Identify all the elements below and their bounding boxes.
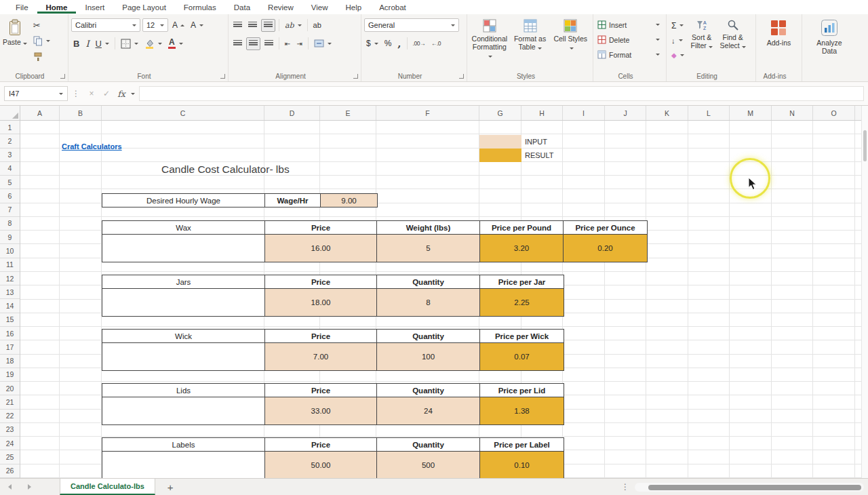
top-align-button[interactable] [231, 19, 244, 32]
formula-input[interactable] [139, 86, 864, 101]
decrease-decimal-button[interactable]: ←.0 [429, 37, 443, 50]
cell[interactable]: 2.25 [480, 289, 564, 316]
cell[interactable]: 500 [377, 452, 480, 478]
increase-font-size-button[interactable]: A [170, 19, 186, 32]
font-size-select[interactable]: 12 [142, 18, 168, 32]
row-header[interactable]: 22 [0, 410, 20, 423]
cell[interactable]: Price per Label [480, 438, 564, 451]
vertical-scrollbar-thumb[interactable] [863, 130, 867, 161]
wrap-text-button[interactable]: ab [311, 19, 323, 32]
delete-cells-button[interactable]: Delete [596, 33, 661, 47]
enter-button[interactable]: ✓ [99, 89, 114, 98]
clear-button[interactable]: ◆ [669, 49, 686, 62]
middle-align-button[interactable] [246, 19, 259, 32]
cell[interactable]: Price [265, 221, 377, 234]
cell[interactable]: Desired Hourly Wage [102, 194, 265, 207]
row-header[interactable]: 16 [0, 327, 20, 340]
row-header[interactable]: 4 [0, 162, 20, 176]
font-dialog-launcher-icon[interactable] [220, 74, 225, 79]
format-as-table-button[interactable]: Format as Table [511, 18, 550, 59]
cell[interactable]: 18.00 [265, 289, 377, 316]
column-header[interactable]: H [521, 106, 563, 120]
menu-tab-data[interactable]: Data [225, 1, 259, 13]
fill-color-button[interactable] [142, 37, 164, 50]
decrease-font-size-button[interactable]: A [189, 19, 205, 32]
align-right-button[interactable] [262, 37, 275, 50]
comma-style-button[interactable]: , [395, 37, 403, 50]
sort-filter-button[interactable]: AZ Sort & Filter [686, 18, 717, 62]
cell[interactable]: 3.20 [480, 235, 564, 262]
column-header[interactable]: I [563, 106, 605, 120]
clipboard-dialog-launcher-icon[interactable] [60, 74, 65, 79]
align-center-button[interactable] [246, 37, 260, 50]
row-header[interactable]: 10 [0, 244, 20, 258]
paste-button[interactable]: Paste [3, 18, 27, 63]
row-header[interactable]: 5 [0, 176, 20, 189]
cell[interactable] [102, 289, 265, 316]
cell[interactable]: 8 [377, 289, 480, 316]
number-format-select[interactable]: General [364, 18, 459, 32]
row-header[interactable]: 6 [0, 189, 20, 203]
select-all-corner[interactable] [0, 106, 20, 121]
cell[interactable] [102, 235, 265, 262]
column-header[interactable]: C [102, 106, 264, 120]
row-header[interactable]: 18 [0, 355, 20, 368]
cell-styles-button[interactable]: Cell Styles [551, 18, 590, 59]
column-header[interactable]: E [320, 106, 376, 120]
autosum-button[interactable]: Σ [669, 19, 686, 32]
spreadsheet-cells[interactable]: Craft Calculators INPUT RESULT Candle Co… [20, 121, 861, 478]
row-header[interactable]: 8 [0, 217, 20, 231]
cell[interactable]: 100 [377, 343, 480, 370]
cell[interactable] [102, 343, 265, 370]
copy-button[interactable] [31, 35, 52, 47]
addins-button[interactable]: Add-ins [767, 18, 791, 47]
horizontal-scrollbar-thumb[interactable] [648, 485, 861, 490]
accounting-format-button[interactable]: $ [364, 37, 380, 50]
cell[interactable]: Price per Wick [480, 330, 564, 342]
cell[interactable]: Lids [102, 384, 265, 397]
insert-cells-button[interactable]: Insert [596, 18, 661, 32]
align-left-button[interactable] [231, 37, 244, 50]
decrease-indent-button[interactable]: ⇤ [283, 37, 292, 50]
find-select-button[interactable]: Find & Select [717, 18, 749, 62]
cell[interactable]: 33.00 [265, 397, 377, 424]
row-header[interactable]: 19 [0, 368, 20, 382]
column-header[interactable]: N [772, 106, 813, 120]
cell[interactable]: 1.38 [480, 397, 564, 424]
cell[interactable]: 0.07 [480, 343, 564, 370]
row-header[interactable]: 2 [0, 134, 20, 148]
cell[interactable]: Price [265, 438, 377, 451]
underline-button[interactable]: U [94, 37, 111, 50]
cell[interactable]: Price per Jar [480, 275, 564, 288]
cell[interactable]: Weight (lbs) [377, 221, 480, 234]
more-options-icon[interactable]: ⋮ [621, 482, 629, 492]
row-header[interactable]: 24 [0, 437, 20, 450]
row-header[interactable]: 23 [0, 423, 20, 437]
cell[interactable]: Quantity [377, 275, 480, 288]
menu-tab-help[interactable]: Help [337, 1, 371, 13]
fill-button[interactable]: ↓ [669, 34, 686, 47]
merge-center-button[interactable] [312, 37, 334, 50]
row-header[interactable]: 17 [0, 340, 20, 354]
cell[interactable]: Wick [102, 330, 265, 342]
cell[interactable]: Price [265, 275, 377, 288]
orientation-button[interactable]: ab [283, 19, 304, 32]
menu-tab-file[interactable]: File [7, 1, 37, 13]
font-color-button[interactable]: A [166, 37, 185, 50]
cell[interactable]: 5 [377, 235, 480, 262]
row-header[interactable]: 7 [0, 203, 20, 217]
menu-tab-view[interactable]: View [302, 1, 337, 13]
format-painter-button[interactable] [31, 50, 52, 63]
horizontal-scrollbar[interactable] [635, 483, 864, 492]
increase-decimal-button[interactable]: .00→ [411, 37, 427, 50]
column-header[interactable]: O [813, 106, 855, 120]
cancel-button[interactable]: × [84, 89, 99, 98]
cell[interactable] [102, 452, 265, 478]
new-sheet-button[interactable]: + [155, 479, 186, 495]
borders-button[interactable] [119, 37, 140, 50]
cell[interactable]: 50.00 [265, 452, 377, 478]
insert-function-button[interactable]: fx [114, 89, 129, 99]
increase-indent-button[interactable]: ⇥ [294, 37, 304, 50]
cell[interactable] [102, 397, 265, 424]
name-box[interactable]: I47 [4, 86, 68, 101]
